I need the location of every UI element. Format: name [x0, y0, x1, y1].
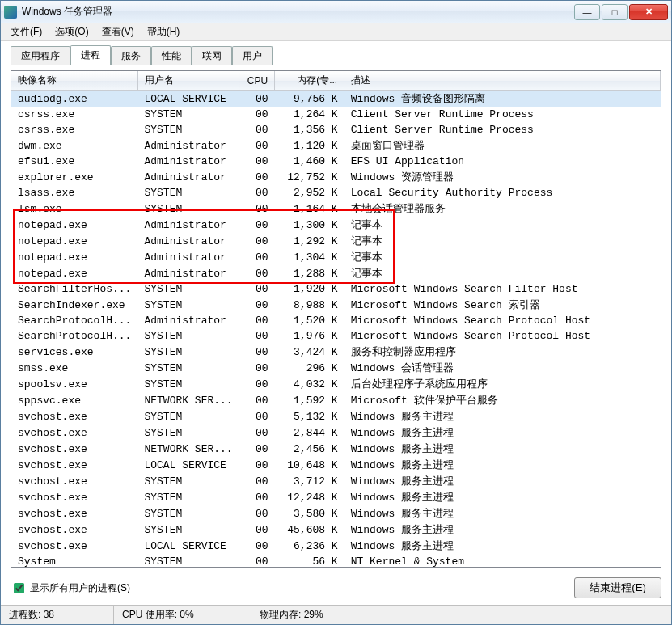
cell-mem: 1,460 K — [275, 154, 344, 169]
table-row[interactable]: notepad.exeAdministrator001,300 K记事本 — [11, 217, 661, 233]
table-row[interactable]: SearchProtocolH...SYSTEM001,976 KMicroso… — [11, 328, 661, 344]
cell-name: svchost.exe — [11, 538, 137, 554]
table-row[interactable]: dwm.exeAdministrator001,120 K桌面窗口管理器 — [11, 137, 661, 154]
menu-options[interactable]: 选项(O) — [49, 23, 95, 40]
show-all-users-checkbox[interactable]: 显示所有用户的进程(S) — [11, 581, 130, 596]
cell-desc: Microsoft 软件保护平台服务 — [344, 392, 661, 408]
cell-desc: Windows 服务主进程 — [344, 538, 661, 554]
cell-user: NETWORK SER... — [137, 441, 239, 457]
cell-desc: Local Security Authority Process — [344, 185, 661, 201]
table-row[interactable]: csrss.exeSYSTEM001,264 KClient Server Ru… — [11, 107, 661, 122]
cell-name: notepad.exe — [11, 249, 137, 265]
table-row[interactable]: svchost.exeNETWORK SER...002,456 KWindow… — [11, 441, 661, 457]
end-process-button[interactable]: 结束进程(E) — [574, 577, 661, 598]
show-all-users-input[interactable] — [14, 583, 24, 593]
cell-cpu: 00 — [239, 137, 275, 154]
table-row[interactable]: svchost.exeSYSTEM005,132 KWindows 服务主进程 — [11, 408, 661, 424]
table-row[interactable]: explorer.exeAdministrator0012,752 KWindo… — [11, 169, 661, 185]
cell-cpu: 00 — [239, 249, 275, 265]
cell-name: notepad.exe — [11, 217, 137, 233]
table-row[interactable]: sppsvc.exeNETWORK SER...001,592 KMicroso… — [11, 392, 661, 408]
cell-mem: 5,132 K — [275, 408, 344, 424]
cell-user: LOCAL SERVICE — [137, 538, 239, 554]
maximize-button[interactable]: □ — [602, 4, 628, 20]
table-row[interactable]: svchost.exeLOCAL SERVICE006,236 KWindows… — [11, 538, 661, 554]
col-image-name[interactable]: 映像名称 — [11, 71, 137, 91]
cell-cpu: 00 — [239, 328, 275, 344]
table-row[interactable]: svchost.exeSYSTEM0045,608 KWindows 服务主进程 — [11, 522, 661, 538]
table-row[interactable]: svchost.exeLOCAL SERVICE0010,648 KWindow… — [11, 457, 661, 473]
table-row[interactable]: svchost.exeSYSTEM002,844 KWindows 服务主进程 — [11, 424, 661, 441]
tab-strip: 应用程序 进程 服务 性能 联网 用户 — [1, 41, 671, 65]
table-row[interactable]: services.exeSYSTEM003,424 K服务和控制器应用程序 — [11, 344, 661, 360]
cell-mem: 1,356 K — [275, 122, 344, 137]
cell-name: svchost.exe — [11, 408, 137, 424]
cell-desc: Windows 音频设备图形隔离 — [344, 91, 661, 108]
table-row[interactable]: lsm.exeSYSTEM001,164 K本地会话管理器服务 — [11, 201, 661, 217]
cell-desc: Windows 服务主进程 — [344, 522, 661, 538]
show-all-users-label: 显示所有用户的进程(S) — [30, 581, 130, 595]
table-row[interactable]: notepad.exeAdministrator001,292 K记事本 — [11, 233, 661, 249]
cell-mem: 1,164 K — [275, 201, 344, 217]
col-memory[interactable]: 内存(专... — [275, 71, 344, 91]
cell-name: explorer.exe — [11, 169, 137, 185]
cell-cpu: 00 — [239, 233, 275, 249]
table-row[interactable]: lsass.exeSYSTEM002,952 KLocal Security A… — [11, 185, 661, 201]
cell-cpu: 00 — [239, 265, 275, 281]
col-description[interactable]: 描述 — [344, 71, 661, 91]
cell-cpu: 00 — [239, 392, 275, 408]
col-user-name[interactable]: 用户名 — [137, 71, 239, 91]
table-row[interactable]: svchost.exeSYSTEM003,580 KWindows 服务主进程 — [11, 505, 661, 522]
cell-mem: 1,288 K — [275, 265, 344, 281]
cell-cpu: 00 — [239, 169, 275, 185]
tab-services[interactable]: 服务 — [111, 46, 151, 65]
table-row[interactable]: spoolsv.exeSYSTEM004,032 K后台处理程序子系统应用程序 — [11, 376, 661, 392]
table-row[interactable]: SearchFilterHos...SYSTEM001,920 KMicroso… — [11, 281, 661, 297]
table-row[interactable]: SearchProtocolH...Administrator001,520 K… — [11, 313, 661, 328]
table-row[interactable]: notepad.exeAdministrator001,304 K记事本 — [11, 249, 661, 265]
tab-applications[interactable]: 应用程序 — [11, 46, 70, 65]
table-row[interactable]: SystemSYSTEM0056 KNT Kernel & System — [11, 554, 661, 567]
cell-mem: 4,032 K — [275, 376, 344, 392]
cell-name: SearchFilterHos... — [11, 281, 137, 297]
table-row[interactable]: svchost.exeSYSTEM0012,248 KWindows 服务主进程 — [11, 489, 661, 505]
task-manager-window: Windows 任务管理器 — □ ✕ 文件(F) 选项(O) 查看(V) 帮助… — [0, 0, 672, 625]
cell-user: Administrator — [137, 137, 239, 154]
cell-user: SYSTEM — [137, 424, 239, 441]
process-table-scroll[interactable]: 映像名称 用户名 CPU 内存(专... 描述 audiodg.exeLOCAL… — [11, 71, 661, 567]
cell-name: System — [11, 554, 137, 567]
minimize-button[interactable]: — — [574, 4, 600, 20]
cell-desc: Windows 资源管理器 — [344, 169, 661, 185]
titlebar[interactable]: Windows 任务管理器 — □ ✕ — [1, 1, 671, 23]
cell-cpu: 00 — [239, 360, 275, 376]
table-row[interactable]: audiodg.exeLOCAL SERVICE009,756 KWindows… — [11, 91, 661, 108]
cell-cpu: 00 — [239, 281, 275, 297]
menu-file[interactable]: 文件(F) — [4, 23, 49, 40]
cell-cpu: 00 — [239, 522, 275, 538]
tab-performance[interactable]: 性能 — [151, 46, 192, 65]
menu-help[interactable]: 帮助(H) — [141, 23, 187, 40]
cell-user: SYSTEM — [137, 281, 239, 297]
menu-view[interactable]: 查看(V) — [95, 23, 141, 40]
close-button[interactable]: ✕ — [629, 4, 668, 20]
cell-cpu: 00 — [239, 554, 275, 567]
cell-mem: 1,292 K — [275, 233, 344, 249]
table-row[interactable]: efsui.exeAdministrator001,460 KEFS UI Ap… — [11, 154, 661, 169]
tab-processes[interactable]: 进程 — [70, 45, 111, 65]
cell-user: Administrator — [137, 265, 239, 281]
cell-mem: 10,648 K — [275, 457, 344, 473]
table-row[interactable]: notepad.exeAdministrator001,288 K记事本 — [11, 265, 661, 281]
cell-desc: 记事本 — [344, 265, 661, 281]
table-row[interactable]: svchost.exeSYSTEM003,712 KWindows 服务主进程 — [11, 473, 661, 489]
tab-users[interactable]: 用户 — [232, 46, 273, 65]
cell-mem: 1,264 K — [275, 107, 344, 122]
cell-desc: 本地会话管理器服务 — [344, 201, 661, 217]
tab-networking[interactable]: 联网 — [192, 46, 232, 65]
col-cpu[interactable]: CPU — [239, 71, 275, 91]
table-row[interactable]: SearchIndexer.exeSYSTEM008,988 KMicrosof… — [11, 297, 661, 313]
cell-name: notepad.exe — [11, 233, 137, 249]
cell-desc: Microsoft Windows Search Protocol Host — [344, 328, 661, 344]
cell-cpu: 00 — [239, 441, 275, 457]
table-row[interactable]: smss.exeSYSTEM00296 KWindows 会话管理器 — [11, 360, 661, 376]
table-row[interactable]: csrss.exeSYSTEM001,356 KClient Server Ru… — [11, 122, 661, 137]
